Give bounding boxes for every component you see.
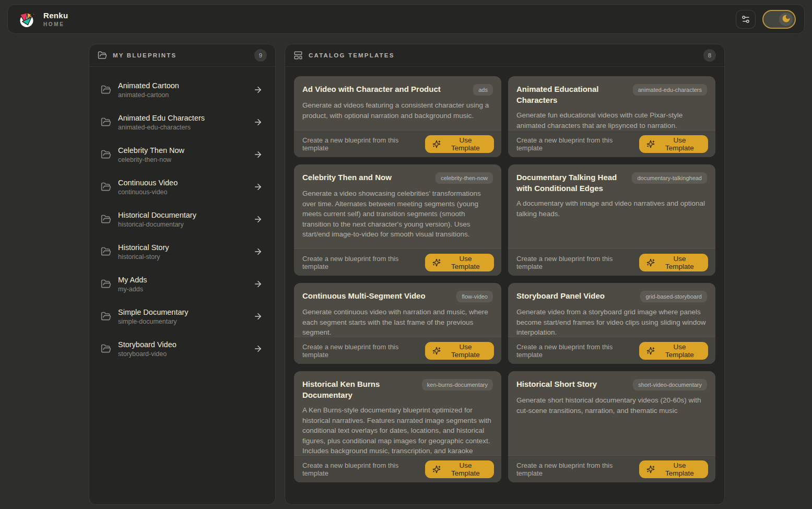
card-footer: Create a new blueprint from this templat… (508, 337, 715, 364)
template-title: Historical Short Story (516, 378, 627, 389)
blueprint-slug: my-adds (118, 286, 246, 293)
use-template-button[interactable]: Use Template (425, 460, 494, 478)
card-footer-text: Create a new blueprint from this templat… (516, 343, 639, 359)
template-slug-badge: animated-edu-characters (633, 84, 707, 96)
sidebar-item-historical-story[interactable]: Historical Story historical-story (97, 239, 268, 264)
sidebar-item-historical-documentary[interactable]: Historical Documentary historical-docume… (97, 207, 268, 232)
template-description: Generate video from a storyboard grid im… (516, 307, 707, 337)
card-footer: Create a new blueprint from this templat… (508, 455, 715, 482)
card-footer: Create a new blueprint from this templat… (294, 130, 501, 157)
sidebar-item-continuous-video[interactable]: Continuous Video continuous-video (97, 174, 268, 199)
template-description: Generate a video showcasing celebrities'… (302, 188, 493, 240)
use-template-label: Use Template (658, 461, 701, 477)
sidebar-item-animated-edu-characters[interactable]: Animated Edu Characters animated-edu-cha… (97, 110, 268, 135)
blueprint-text: Animated Cartoon animated-cartoon (118, 81, 246, 99)
template-description: A documentary with image and video narra… (516, 198, 707, 219)
blueprint-slug: celebrity-then-now (118, 156, 246, 163)
sidebar-item-simple-documentary[interactable]: Simple Documentary simple-documentary (97, 304, 268, 329)
template-card-documentary-talkinghead: Documentary Talking Head with Conditiona… (508, 164, 715, 276)
template-title: Animated Educational Characters (516, 84, 627, 105)
folder-icon (101, 344, 111, 354)
template-description: A Ken Burns-style documentary blueprint … (302, 405, 493, 455)
template-title: Historical Ken Burns Documentary (302, 378, 416, 400)
card-body: Continuous Multi-Segment Video flow-vide… (294, 283, 501, 337)
renku-logo-icon (16, 9, 37, 30)
blueprint-slug: simple-documentary (118, 318, 246, 325)
folder-icon (101, 246, 111, 257)
template-slug-badge: ken-burns-documentary (422, 379, 493, 390)
blueprint-title: Animated Cartoon (118, 81, 246, 90)
arrow-right-icon (253, 215, 263, 224)
card-body: Celebrity Then and Now celebrity-then-no… (294, 164, 501, 248)
sparkles-icon (432, 465, 441, 474)
blueprint-slug: animated-edu-characters (118, 124, 246, 131)
template-slug-badge: celebrity-then-now (436, 172, 493, 184)
card-footer-text: Create a new blueprint from this templat… (302, 343, 425, 359)
use-template-label: Use Template (444, 255, 487, 270)
arrow-right-icon (253, 344, 263, 353)
app-subtitle: HOME (43, 21, 68, 27)
folder-icon (101, 117, 111, 127)
blueprint-title: Historical Story (118, 243, 246, 252)
use-template-label: Use Template (444, 136, 487, 152)
card-body: Historical Short Story short-video-docum… (508, 371, 715, 455)
card-footer: Create a new blueprint from this templat… (508, 248, 715, 276)
card-body: Ad Video with Character and Product ads … (294, 76, 501, 130)
folder-icon (101, 182, 111, 192)
use-template-button[interactable]: Use Template (639, 460, 708, 478)
sidebar-item-my-adds[interactable]: My Adds my-adds (97, 271, 268, 297)
use-template-label: Use Template (658, 136, 701, 152)
card-footer-text: Create a new blueprint from this templat… (302, 136, 425, 152)
card-footer-text: Create a new blueprint from this templat… (516, 255, 639, 270)
use-template-button[interactable]: Use Template (639, 342, 708, 360)
template-description: Generate ad videos featuring a consisten… (302, 100, 493, 121)
card-footer-text: Create a new blueprint from this templat… (516, 461, 639, 477)
arrow-right-icon (253, 85, 263, 94)
template-slug-badge: ads (473, 84, 493, 96)
sparkles-icon (646, 258, 655, 267)
blueprint-text: Animated Edu Characters animated-edu-cha… (118, 114, 246, 131)
app-name: Renku (43, 11, 68, 20)
card-footer: Create a new blueprint from this templat… (294, 337, 501, 364)
top-actions (736, 10, 796, 29)
my-blueprints-title: MY BLUEPRINTS (113, 52, 249, 58)
my-blueprints-header: MY BLUEPRINTS 9 (89, 44, 275, 67)
brand-home-link[interactable]: Renku HOME (16, 9, 68, 30)
sliders-icon (741, 15, 750, 24)
sidebar-item-celebrity-then-now[interactable]: Celebrity Then Now celebrity-then-now (97, 142, 268, 167)
use-template-button[interactable]: Use Template (425, 135, 494, 153)
card-body: Historical Ken Burns Documentary ken-bur… (294, 371, 501, 455)
arrow-right-icon (253, 312, 263, 321)
my-blueprints-panel: MY BLUEPRINTS 9 Animated Cartoon animate… (89, 44, 276, 505)
dark-mode-toggle[interactable] (762, 10, 796, 29)
blueprint-list: Animated Cartoon animated-cartoon Animat… (89, 67, 275, 372)
template-title: Continuous Multi-Segment Video (302, 290, 450, 301)
template-card-celebrity-then-now: Celebrity Then and Now celebrity-then-no… (294, 164, 501, 276)
blueprint-slug: storyboard-video (118, 350, 246, 358)
brand-text: Renku HOME (43, 11, 68, 27)
use-template-button[interactable]: Use Template (425, 342, 494, 360)
blueprint-text: Celebrity Then Now celebrity-then-now (118, 146, 246, 163)
toggle-knob (779, 13, 793, 26)
use-template-button[interactable]: Use Template (425, 254, 494, 271)
sidebar-item-storyboard-video[interactable]: Storyboard Video storyboard-video (97, 336, 268, 361)
folder-icon (101, 279, 111, 289)
template-card-grid-based-storyboard: Storyboard Panel Video grid-based-storyb… (508, 283, 715, 364)
moon-icon (782, 14, 791, 25)
arrow-right-icon (253, 247, 263, 256)
sidebar-item-animated-cartoon[interactable]: Animated Cartoon animated-cartoon (97, 77, 268, 102)
top-bar: Renku HOME (7, 4, 805, 34)
use-template-button[interactable]: Use Template (639, 254, 708, 271)
folder-icon (101, 149, 111, 160)
card-body: Documentary Talking Head with Conditiona… (508, 164, 715, 248)
use-template-label: Use Template (658, 255, 701, 270)
blueprint-slug: continuous-video (118, 188, 246, 196)
card-body: Animated Educational Characters animated… (508, 76, 715, 130)
folder-icon (101, 85, 111, 95)
use-template-label: Use Template (658, 343, 701, 359)
settings-button[interactable] (736, 10, 756, 29)
use-template-button[interactable]: Use Template (639, 135, 708, 153)
card-footer: Create a new blueprint from this templat… (508, 130, 715, 157)
sparkles-icon (646, 347, 655, 355)
blueprint-text: Storyboard Video storyboard-video (118, 340, 246, 358)
